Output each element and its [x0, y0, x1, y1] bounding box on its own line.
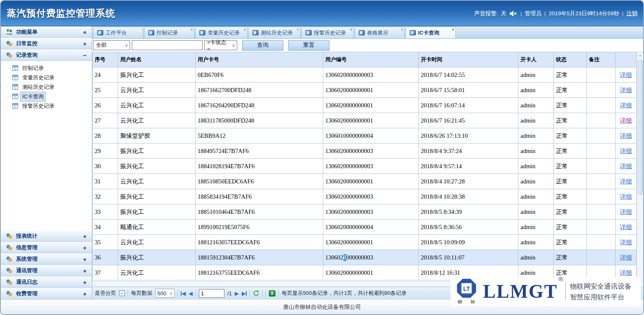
close-icon[interactable]: x	[350, 27, 352, 32]
speaker-muted-icon[interactable]	[509, 10, 518, 17]
table-row[interactable]: 34顺通化工1899100219E5075F613060200000000042…	[93, 220, 637, 235]
detail-link[interactable]: 详细	[620, 71, 632, 79]
refresh-icon[interactable]	[253, 290, 259, 296]
last-page-button[interactable]: ▶	[242, 291, 247, 296]
export-excel-icon[interactable]: X	[269, 290, 275, 296]
paginate-checkbox[interactable]: ✓	[119, 290, 125, 296]
sidebar-group-记录查询[interactable]: 记录查询−	[1, 49, 92, 61]
table-row[interactable]: 28聚缘堂驴胶5EBB9A1213060100000000042018/6/26…	[93, 128, 637, 144]
vertical-scroll-thumb[interactable]	[638, 59, 643, 195]
sidebar-group-报表统计[interactable]: 报表统计+	[1, 230, 92, 242]
chat-bubbles-icon	[6, 256, 13, 262]
chat-bubbles-icon	[6, 41, 13, 46]
main-panel: 工作平台控制记录x变量历史记录x测站历史记录x报警历史记录x表格展示xIC卡查询…	[92, 26, 643, 299]
sidebar-group-通讯日志[interactable]: 通讯日志+	[1, 276, 92, 288]
detail-link[interactable]: 详细	[620, 254, 632, 262]
scroll-left-icon[interactable]: ‹	[92, 282, 97, 287]
first-page-button[interactable]: ◀	[181, 291, 186, 296]
detail-link[interactable]: 详细	[620, 193, 632, 201]
expand-state-icon[interactable]: +	[82, 290, 88, 297]
table-row[interactable]: 27云兴化工188311785000DFD2481306020000000001…	[93, 113, 637, 128]
tab-表格展示[interactable]: 表格展示x	[355, 27, 405, 38]
table-row[interactable]: 25云兴化工18671662700DFD24813060200000000012…	[93, 83, 637, 98]
table-row[interactable]: 24振兴化工0EB670F613060200000000032018/6/7 1…	[93, 67, 637, 83]
sidebar-group-日常监控[interactable]: 日常监控+	[1, 38, 92, 49]
sidebar-group-通讯管理[interactable]: 通讯管理+	[1, 265, 92, 276]
close-icon[interactable]: x	[191, 27, 193, 32]
prev-page-button[interactable]: ◀	[189, 291, 193, 296]
detail-link[interactable]: 详细	[620, 162, 632, 170]
sidebar-group-信息管理[interactable]: 信息管理+	[1, 242, 92, 253]
sidebar-group-收费管理[interactable]: 收费管理+	[1, 288, 92, 299]
chevron-down-icon: ∨	[232, 43, 235, 48]
detail-link[interactable]: 详细	[620, 223, 632, 231]
field-select[interactable]: 全部 ∨	[93, 40, 130, 50]
document-icon	[199, 30, 205, 35]
tab-IC卡查询[interactable]: IC卡查询x	[406, 27, 456, 38]
expand-state-icon[interactable]: +	[82, 40, 88, 47]
sidebar-item-变量历史记录[interactable]: 变量历史记录	[1, 73, 92, 82]
keyword-input[interactable]	[132, 40, 203, 50]
detail-link[interactable]: 详细	[620, 208, 632, 216]
detail-link[interactable]: 详细	[620, 147, 632, 155]
reset-button[interactable]: 重置	[288, 40, 329, 51]
detail-link[interactable]: 详细	[620, 239, 632, 246]
close-icon[interactable]: x	[401, 27, 403, 32]
detail-link[interactable]: 详细	[620, 86, 632, 94]
document-icon	[97, 30, 103, 35]
expand-state-icon[interactable]: +	[82, 256, 88, 263]
tab-测站历史记录[interactable]: 测站历史记录x	[248, 27, 301, 38]
detail-link[interactable]: 详细	[620, 178, 632, 185]
close-icon[interactable]: x	[244, 27, 246, 32]
expand-state-icon[interactable]: −	[82, 52, 88, 59]
table-row[interactable]: 30振兴化工18841028194E7B7AF61306020000000003…	[93, 159, 637, 174]
text-selection: 0	[343, 254, 346, 261]
current-user: 管理员	[525, 10, 541, 17]
sound-alarm-state[interactable]: 关	[501, 10, 506, 17]
menu-title: 功能菜单	[16, 28, 82, 36]
expand-state-icon[interactable]: +	[82, 233, 88, 240]
sidebar-item-报警历史记录[interactable]: 报警历史记录	[1, 101, 92, 111]
table-row[interactable]: 31云兴化工188510850EEDC6AF613060200000000012…	[93, 174, 637, 189]
per-page-select[interactable]: 500 ∨	[155, 289, 175, 298]
column-header-开卡人: 开卡人	[518, 52, 554, 67]
tab-工作平台[interactable]: 工作平台	[93, 27, 143, 38]
logout-link[interactable]: 注销	[626, 10, 637, 17]
detail-link[interactable]: 详细	[620, 269, 632, 277]
table-icon	[12, 75, 18, 80]
tab-变量历史记录[interactable]: 变量历史记录x	[195, 27, 247, 38]
tab-控制记录[interactable]: 控制记录x	[144, 27, 194, 38]
collapse-sidebar-icon[interactable]: «	[82, 28, 88, 35]
table-row[interactable]: 36振兴化工18815912304E7B7AF61306020000000003…	[93, 250, 637, 265]
expand-state-icon[interactable]: +	[82, 244, 88, 251]
sidebar-item-测站历史记录[interactable]: 测站历史记录	[1, 82, 92, 92]
tab-报警历史记录[interactable]: 报警历史记录x	[301, 27, 354, 38]
column-header-detail	[616, 52, 637, 67]
expand-state-icon[interactable]: +	[82, 267, 88, 274]
table-icon	[12, 94, 18, 99]
detail-link[interactable]: 详细	[620, 132, 632, 140]
card-status-select[interactable]: =卡状态= ∨	[204, 40, 237, 50]
scroll-up-icon[interactable]: ▲	[639, 52, 642, 58]
search-button[interactable]: 查询	[242, 40, 283, 51]
chat-bubbles-icon	[6, 279, 13, 285]
sidebar-menu-header[interactable]: 功能菜单 «	[1, 26, 92, 38]
detail-link[interactable]: 详细	[620, 102, 632, 109]
vertical-scrollbar[interactable]: ▲ ▼	[637, 52, 643, 281]
sidebar-group-系统管理[interactable]: 系统管理+	[1, 253, 92, 265]
page-number-input[interactable]	[199, 289, 224, 298]
detail-link[interactable]: 详细	[620, 117, 632, 125]
table-row[interactable]: 35云兴化工18812163057EEDC6AF6130602000000000…	[93, 235, 637, 250]
table-row[interactable]: 26云兴化工186716204200DFD2481306020000000001…	[93, 98, 637, 113]
chevron-down-icon: ∨	[125, 43, 128, 48]
expand-state-icon[interactable]: +	[82, 279, 88, 286]
app-window: 蒸汽预付费监控管理系统 声音报警: 关 | 管理员 | 2019年5月23日9时…	[0, 0, 644, 315]
close-icon[interactable]: x	[452, 27, 454, 32]
table-row[interactable]: 33振兴化工18851010464E7B7AF61306020000000003…	[93, 204, 637, 220]
next-page-button[interactable]: ▶	[235, 291, 239, 296]
sidebar-item-IC卡查询[interactable]: IC卡查询	[1, 92, 92, 101]
table-row[interactable]: 32振兴化工1885834194E7B7AF613060200000000032…	[93, 189, 637, 204]
sidebar-item-控制记录[interactable]: 控制记录	[1, 63, 92, 73]
table-row[interactable]: 29振兴化工188495724E7B7AF6130602000000000320…	[93, 144, 637, 159]
close-icon[interactable]: x	[297, 27, 299, 32]
